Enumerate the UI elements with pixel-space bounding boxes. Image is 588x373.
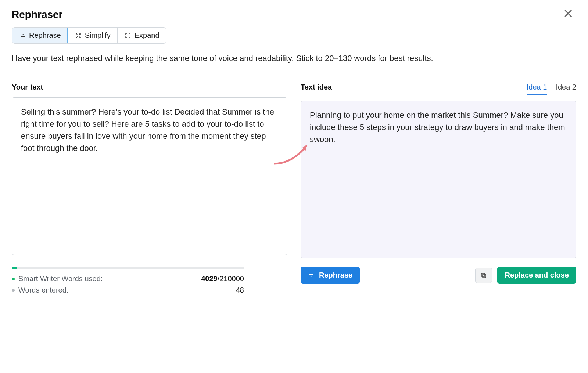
tab-label: Simplify (85, 31, 111, 40)
tab-label: Rephrase (29, 31, 61, 40)
tab-rephrase[interactable]: Rephrase (12, 28, 68, 43)
rephrase-button[interactable]: Rephrase (301, 267, 360, 284)
idea-tab-1[interactable]: Idea 1 (527, 83, 547, 95)
idea-output: Planning to put your home on the market … (301, 101, 576, 258)
text-idea-label: Text idea (301, 83, 332, 91)
rephrase-icon (19, 32, 26, 39)
words-entered-value: 48 (236, 286, 244, 294)
button-label: Rephrase (319, 271, 352, 279)
dot-icon (12, 278, 15, 280)
svg-rect-1 (481, 273, 485, 276)
replace-and-close-button[interactable]: Replace and close (497, 267, 576, 284)
svg-rect-0 (483, 274, 486, 278)
usage-progress (12, 267, 244, 269)
page-title: Rephraser (12, 9, 63, 21)
words-entered-label: Words entered: (18, 286, 232, 294)
tab-expand[interactable]: Expand (117, 28, 166, 43)
simplify-icon (75, 32, 82, 39)
button-label: Replace and close (505, 271, 569, 279)
usage-meters: Smart Writer Words used: 4029/210000 Wor… (12, 267, 287, 294)
idea-tab-2[interactable]: Idea 2 (556, 83, 576, 95)
description-text: Have your text rephrased while keeping t… (12, 52, 475, 65)
close-icon[interactable]: ✕ (563, 7, 573, 20)
idea-tabs: Idea 1 Idea 2 (527, 83, 576, 95)
rephrase-icon (308, 272, 315, 279)
smart-words-value: 4029/210000 (201, 275, 244, 283)
smart-words-label: Smart Writer Words used: (18, 275, 197, 283)
mode-tabs: Rephrase Simplify Expand (12, 27, 166, 44)
dot-icon (12, 289, 15, 292)
usage-progress-fill (12, 267, 17, 269)
tab-label: Expand (135, 31, 159, 40)
tab-simplify[interactable]: Simplify (68, 28, 117, 43)
source-textarea[interactable]: Selling this summer? Here's your to-do l… (12, 97, 287, 255)
copy-icon (480, 272, 487, 279)
copy-button[interactable] (475, 268, 492, 283)
expand-icon (124, 32, 132, 39)
your-text-label: Your text (12, 83, 43, 91)
